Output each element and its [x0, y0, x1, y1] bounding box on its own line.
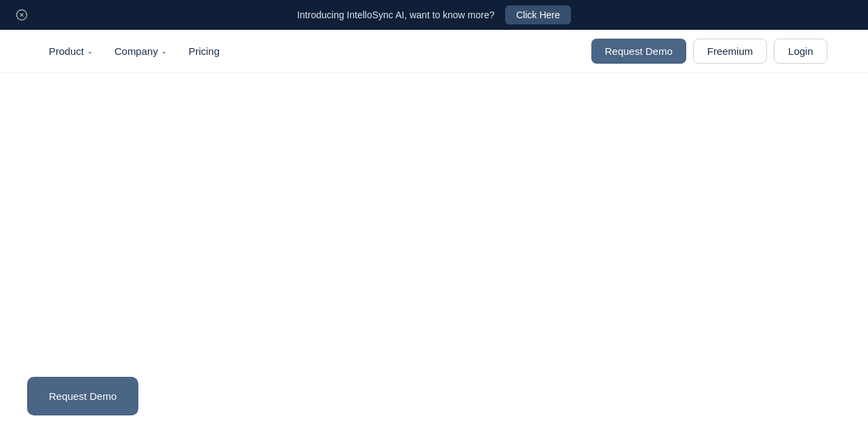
main-content: Request Demo [0, 73, 868, 429]
request-demo-bottom-button[interactable]: Request Demo [27, 377, 138, 415]
pricing-label: Pricing [189, 45, 220, 57]
announcement-text: Introducing IntelloSync AI, want to know… [297, 9, 494, 20]
nav-item-product[interactable]: Product ⌄ [41, 40, 101, 62]
request-demo-nav-button[interactable]: Request Demo [591, 39, 686, 64]
product-label: Product [49, 45, 84, 57]
announcement-bar: Introducing IntelloSync AI, want to know… [0, 0, 868, 30]
announcement-cta-button[interactable]: Click Here [505, 5, 571, 24]
nav-item-pricing[interactable]: Pricing [180, 40, 228, 62]
freemium-button[interactable]: Freemium [693, 39, 768, 64]
close-announcement-button[interactable] [14, 7, 30, 23]
nav-right: Request Demo Freemium Login [591, 39, 827, 64]
company-chevron-icon: ⌄ [161, 47, 167, 56]
nav-item-company[interactable]: Company ⌄ [106, 40, 175, 62]
product-chevron-icon: ⌄ [87, 47, 93, 56]
company-label: Company [115, 45, 158, 57]
navbar: Product ⌄ Company ⌄ Pricing Request Demo… [0, 30, 868, 73]
nav-left: Product ⌄ Company ⌄ Pricing [41, 40, 228, 62]
login-button[interactable]: Login [774, 39, 827, 64]
